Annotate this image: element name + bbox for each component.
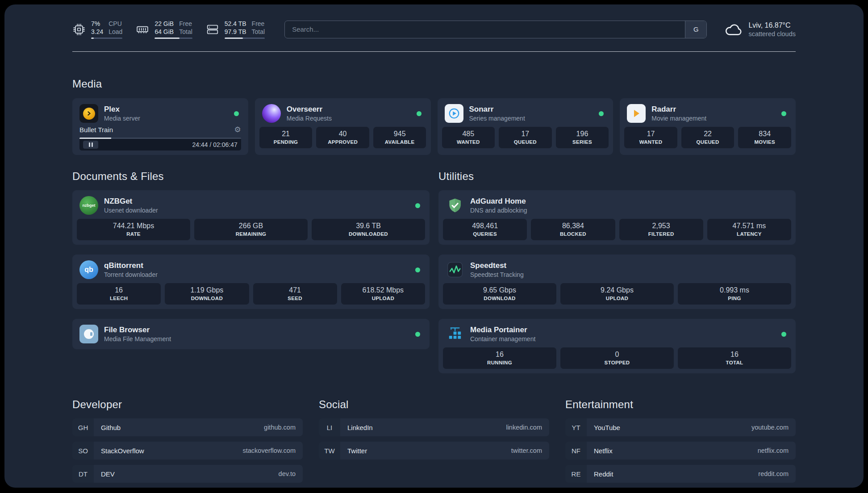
now-playing-widget: Bullet Train ⚙ 24:44 / 02:06:47 — [76, 125, 245, 151]
memory-icon — [136, 23, 149, 36]
portainer-icon — [446, 325, 464, 343]
section-title-documents: Documents & Files — [72, 170, 430, 183]
service-name[interactable]: Speedtest — [470, 261, 789, 270]
section-title-media: Media — [72, 78, 796, 90]
service-name[interactable]: NZBGet — [104, 197, 409, 206]
service-card-overseerr[interactable]: Overseerr Media Requests 21 PENDING 40 A… — [255, 98, 431, 155]
cpu-load-value: 3.24 — [91, 28, 103, 36]
memory-widget: 22 GiB 64 GiB Free Total — [136, 20, 192, 39]
cpu-percent: 7% — [91, 20, 103, 28]
stat-box: 618.52 Mbps UPLOAD — [341, 283, 425, 305]
bookmark-abbr: TW — [319, 442, 340, 460]
stat-box: 22 QUEUED — [681, 127, 734, 148]
search-input[interactable] — [285, 21, 685, 38]
service-name[interactable]: AdGuard Home — [470, 197, 789, 206]
disk-free-value: 52.4 TB — [225, 20, 246, 28]
stat-value: 16 — [680, 351, 789, 359]
stat-label: SEED — [255, 296, 335, 301]
bookmark-youtube[interactable]: YT YouTube youtube.com — [565, 418, 796, 436]
bookmark-netflix[interactable]: NF Netflix netflix.com — [565, 442, 796, 460]
bookmark-abbr: DT — [72, 465, 94, 483]
service-card-portainer[interactable]: Media Portainer Container management 16 … — [438, 319, 796, 373]
overseerr-icon — [262, 104, 281, 123]
disk-icon — [206, 23, 219, 36]
settings-gear-icon[interactable]: ⚙ — [234, 126, 241, 134]
stat-value: 485 — [444, 130, 493, 138]
bookmark-abbr: YT — [565, 418, 587, 436]
weather-location: Lviv, 16.87°C — [748, 21, 796, 29]
service-card-plex[interactable]: Plex Media server Bullet Train ⚙ — [72, 98, 248, 155]
disk-widget: 52.4 TB 97.9 TB Free Total — [206, 20, 265, 39]
search-bar[interactable]: G — [284, 21, 707, 38]
service-description: Media Requests — [287, 115, 411, 122]
section-title-entertainment: Entertainment — [565, 398, 796, 411]
bookmark-linkedin[interactable]: LI LinkedIn linkedin.com — [319, 418, 549, 436]
playback-time: 24:44 / 02:06:47 — [192, 141, 238, 148]
stat-box: 21 PENDING — [259, 127, 313, 148]
service-card-radarr[interactable]: Radarr Movie management 17 WANTED 22 QUE… — [620, 98, 796, 155]
memory-label-line1: Free — [179, 20, 192, 28]
stat-value: 9.65 Gbps — [445, 286, 555, 294]
service-name[interactable]: Overseerr — [287, 105, 411, 114]
bookmark-name: DEV — [101, 470, 115, 478]
stat-label: WANTED — [626, 139, 676, 145]
bookmark-dev[interactable]: DT DEV dev.to — [72, 465, 303, 483]
service-card-speedtest[interactable]: Speedtest Speedtest Tracking 9.65 Gbps D… — [438, 255, 796, 309]
bookmark-twitter[interactable]: TW Twitter twitter.com — [319, 442, 549, 460]
memory-progress-bar — [154, 38, 192, 39]
stat-box: 9.65 Gbps DOWNLOAD — [443, 283, 556, 305]
stat-box: 16 RUNNING — [443, 347, 556, 369]
bookmarks-social: Social LI LinkedIn linkedin.com TW Twitt… — [319, 398, 549, 483]
service-description: Speedtest Tracking — [470, 271, 789, 278]
stat-value: 21 — [261, 130, 311, 138]
service-card-qbittorrent[interactable]: qb qBittorrent Torrent downloader 16 — [72, 255, 430, 309]
service-card-filebrowser[interactable]: File Browser Media File Management — [72, 319, 430, 349]
stat-label: WANTED — [444, 139, 493, 145]
cloud-icon — [724, 20, 743, 39]
stat-label: TOTAL — [680, 360, 789, 365]
search-provider-button[interactable]: G — [685, 21, 706, 38]
cpu-label-line1: CPU — [108, 20, 122, 28]
service-name[interactable]: qBittorrent — [104, 261, 409, 270]
stat-value: 618.52 Mbps — [343, 286, 423, 294]
bookmarks-developer: Developer GH Github github.com SO StackO… — [72, 398, 303, 483]
bookmark-github[interactable]: GH Github github.com — [72, 418, 303, 436]
service-description: DNS and adblocking — [470, 207, 789, 214]
bookmark-abbr: LI — [319, 418, 340, 436]
stat-box: 945 AVAILABLE — [373, 127, 426, 148]
bookmark-stackoverflow[interactable]: SO StackOverflow stackoverflow.com — [72, 442, 303, 460]
section-title-social: Social — [319, 398, 549, 411]
service-name[interactable]: Sonarr — [469, 105, 593, 114]
pause-button[interactable] — [83, 141, 98, 149]
bookmark-reddit[interactable]: RE Reddit reddit.com — [565, 465, 796, 483]
stat-value: 17 — [626, 130, 676, 138]
stat-label: FILTERED — [621, 231, 701, 237]
bookmark-domain: netflix.com — [758, 447, 789, 454]
bookmarks-entertainment: Entertainment YT YouTube youtube.com NF … — [565, 398, 796, 483]
stat-value: 39.6 TB — [313, 222, 423, 230]
disk-progress-bar — [225, 38, 265, 39]
sonarr-icon — [445, 104, 463, 123]
cpu-progress-bar — [91, 38, 122, 39]
bookmark-domain: linkedin.com — [506, 424, 542, 431]
service-card-sonarr[interactable]: Sonarr Series management 485 WANTED 17 Q… — [438, 98, 613, 155]
service-name[interactable]: File Browser — [104, 326, 409, 334]
stat-value: 945 — [375, 130, 425, 138]
service-name[interactable]: Media Portainer — [470, 326, 776, 334]
stat-box: 39.6 TB DOWNLOADED — [312, 219, 425, 240]
service-card-adguard[interactable]: AdGuard Home DNS and adblocking 498,461 … — [438, 190, 796, 245]
filebrowser-icon — [79, 325, 98, 343]
dashboard-panel: 7% 3.24 CPU Load — [4, 4, 864, 488]
stat-label: DOWNLOAD — [445, 296, 555, 301]
service-card-nzbget[interactable]: nzbget NZBGet Usenet downloader 744.21 M… — [72, 190, 430, 245]
stat-value: 47.571 ms — [709, 222, 789, 230]
stat-value: 86,384 — [533, 222, 613, 230]
status-dot-online — [781, 111, 786, 116]
stat-value: 17 — [501, 130, 550, 138]
service-name[interactable]: Plex — [104, 105, 228, 114]
weather-widget: Lviv, 16.87°C scattered clouds — [724, 20, 796, 39]
stat-label: DOWNLOADED — [313, 231, 423, 237]
service-name[interactable]: Radarr — [651, 105, 776, 114]
stat-box: 266 GB REMAINING — [194, 219, 308, 240]
stat-box: 485 WANTED — [442, 127, 495, 148]
